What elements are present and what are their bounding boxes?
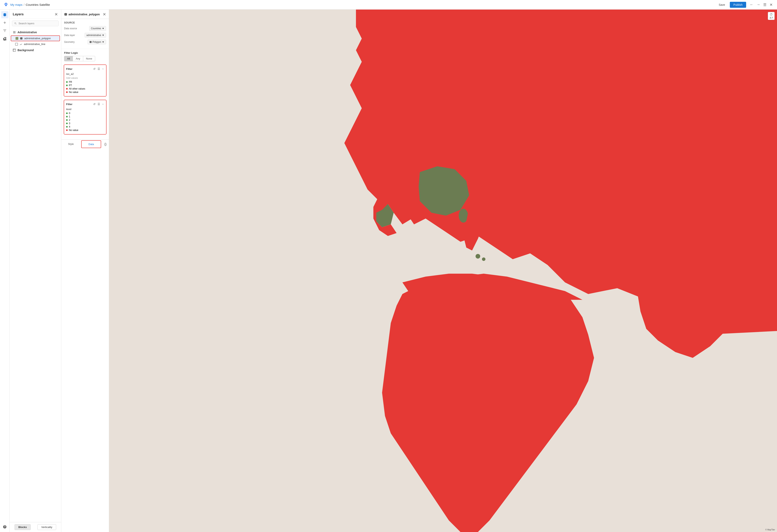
filter1-settings-button[interactable]: ☰ <box>97 67 101 71</box>
rail-icon-add[interactable] <box>1 19 8 26</box>
svg-rect-2 <box>13 49 15 51</box>
search-input[interactable] <box>18 22 57 25</box>
layer-item-administrative-polygon[interactable]: administrative_polygon <box>11 35 60 41</box>
props-close-button[interactable]: ✕ <box>103 12 106 17</box>
close-button[interactable]: ✕ <box>768 1 774 8</box>
filter2-val-0: 0 <box>69 112 70 115</box>
layers-search[interactable] <box>12 20 59 26</box>
icon-rail <box>0 10 10 532</box>
filter1-add-values[interactable]: Add values <box>66 77 104 80</box>
verticality-button[interactable]: Verticality <box>37 524 56 530</box>
data-layer-select[interactable]: administrative ▼ <box>85 33 106 38</box>
layer-group-name: Administrative <box>17 31 37 34</box>
geometry-row: Geometry Polygon ▼ <box>64 40 106 44</box>
blocks-button[interactable]: Blocks <box>14 524 31 530</box>
polygon-icon-header <box>64 13 67 16</box>
layer-checkbox[interactable] <box>15 43 18 45</box>
layers-close-button[interactable]: ✕ <box>54 12 58 16</box>
filter2-value-3: 3 <box>66 122 104 125</box>
logic-none-button[interactable]: None <box>83 56 95 61</box>
filter-block-2-header: Filter ↺ ☰ − <box>66 102 104 106</box>
layer-item-administrative-line[interactable]: administrative_line <box>10 41 61 47</box>
filter2-value-1: 1 <box>66 115 104 118</box>
filter1-remove-button[interactable]: − <box>102 67 104 71</box>
logic-all-button[interactable]: All <box>64 56 73 61</box>
filter2-dot-3 <box>66 123 68 124</box>
filter2-reset-button[interactable]: ↺ <box>93 102 96 106</box>
rail-icon-layers[interactable] <box>1 11 8 18</box>
svg-point-8 <box>464 237 468 241</box>
chevron-down-icon3: ▼ <box>102 40 104 43</box>
filter1-actions: ↺ ☰ − <box>93 67 104 71</box>
filter2-val-4: 4 <box>69 125 70 128</box>
filter2-dot-0 <box>66 113 68 114</box>
svg-point-6 <box>482 257 485 261</box>
geometry-select[interactable]: Polygon ▼ <box>88 40 106 44</box>
filter-block-2: Filter ↺ ☰ − level 0 1 2 <box>64 100 107 135</box>
data-source-select[interactable]: Countries ▼ <box>89 26 106 31</box>
data-source-value: Countries <box>91 27 101 30</box>
tab-curly[interactable]: {} <box>102 140 109 148</box>
data-layer-label: Data layer <box>64 34 75 37</box>
breadcrumb-current: Countries Satellite <box>26 3 50 6</box>
filter1-field: iso_a2 <box>66 73 104 76</box>
layer-background[interactable]: Background <box>10 47 61 53</box>
chevron-down-icon2: ▼ <box>102 34 104 37</box>
chevron-down-icon: ▼ <box>102 27 104 30</box>
layers-footer: Blocks Verticality <box>10 522 61 532</box>
filter2-value-no-value: No value <box>66 129 104 132</box>
layers-title: Layers <box>13 12 24 16</box>
app-logo <box>3 2 9 8</box>
save-button[interactable]: Save <box>716 2 728 8</box>
rail-icon-filter[interactable] <box>1 27 8 34</box>
tab-style[interactable]: Style <box>61 140 81 148</box>
source-section-title: Source <box>64 21 106 24</box>
data-layer-value: administrative <box>86 34 101 37</box>
layers-header: Layers ✕ <box>10 10 61 18</box>
filter1-val-all-other: All other values <box>69 87 85 90</box>
filter2-value-2: 2 <box>66 119 104 121</box>
filter2-value-4: 4 <box>66 125 104 128</box>
logic-any-button[interactable]: Any <box>73 56 83 61</box>
filter2-remove-button[interactable]: − <box>102 102 104 106</box>
menu-button[interactable]: ☰ <box>762 1 768 8</box>
filter1-val-PT: PT <box>69 84 72 87</box>
rail-icon-help[interactable] <box>1 523 8 530</box>
background-label: Background <box>17 48 34 52</box>
filter-block-1: Filter ↺ ☰ − iso_a2 Add values FR PT All… <box>64 64 107 97</box>
tab-data[interactable]: Data <box>81 140 101 148</box>
filter1-reset-button[interactable]: ↺ <box>93 67 96 71</box>
filter2-val-1: 1 <box>69 115 70 118</box>
back-button[interactable]: ← <box>749 1 755 8</box>
filter1-value-PT: PT <box>66 84 104 87</box>
rail-icon-settings[interactable] <box>1 35 8 42</box>
geometry-value: Polygon <box>93 40 101 43</box>
filter1-dot-all-other <box>66 88 68 90</box>
props-panel: administrative_polygon ✕ Source Data sou… <box>61 10 109 532</box>
map-area[interactable]: ⏱ 2.7 © MapTiler <box>109 10 777 532</box>
props-title-container: administrative_polygon <box>64 13 100 16</box>
filter1-value-no-value: No value <box>66 91 104 94</box>
maptiler-credit: © MapTiler <box>765 529 775 531</box>
polygon-icon <box>20 37 23 40</box>
breadcrumb-parent[interactable]: My maps <box>10 3 22 6</box>
filter2-settings-button[interactable]: ☰ <box>97 102 101 106</box>
data-layer-row: Data layer administrative ▼ <box>64 33 106 38</box>
map-svg <box>109 10 777 532</box>
svg-point-1 <box>5 4 7 5</box>
props-layer-name: administrative_polygon <box>69 13 100 16</box>
filter2-dot-2 <box>66 119 68 121</box>
filter-logic-buttons: All Any None <box>64 56 95 61</box>
topbar-icons: ← → ☰ ✕ <box>749 1 774 8</box>
topbar: My maps / Countries Satellite Save Publi… <box>0 0 777 10</box>
publish-button[interactable]: Publish <box>730 2 746 8</box>
zoom-badge: ⏱ 2.7 <box>768 12 775 20</box>
layer-group-administrative[interactable]: Administrative <box>10 29 61 35</box>
filter-logic-section: Filter Logic All Any None <box>64 51 106 61</box>
forward-button[interactable]: → <box>755 1 761 8</box>
background-icon <box>13 48 16 52</box>
filter2-dot-no-value <box>66 129 68 131</box>
data-source-row: Data source Countries ▼ <box>64 26 106 31</box>
filter2-val-3: 3 <box>69 122 70 125</box>
props-tabs: Style Data {} <box>61 139 109 149</box>
